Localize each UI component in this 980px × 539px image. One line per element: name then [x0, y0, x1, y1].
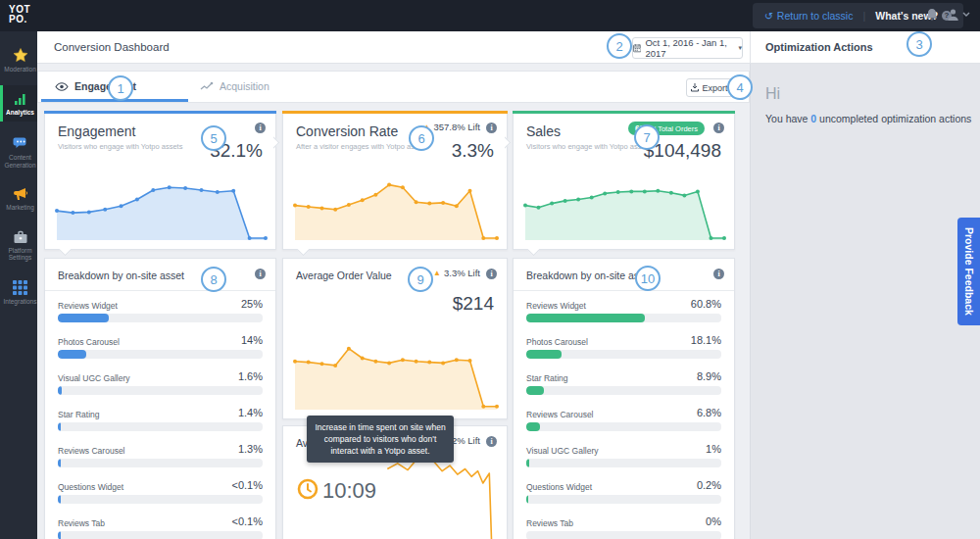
calendar-icon — [633, 43, 641, 53]
sales-accent-bar — [513, 111, 735, 114]
conversion-subtitle: After a visitor engages with Yotpo asset… — [296, 142, 428, 151]
eye-icon — [55, 82, 69, 91]
average-order-value-card[interactable]: Average Order Value ▲3.3% Lift i $214 — [282, 258, 508, 419]
optimization-actions-title: Optimization Actions — [765, 41, 873, 53]
aov-value: $214 — [453, 293, 494, 315]
annotation-circle-10: 10 — [635, 266, 661, 291]
tab-acquisition[interactable]: Acquisition — [200, 72, 270, 101]
annotation-circle-7: 7 — [634, 124, 660, 150]
page-title: Conversion Dashboard — [54, 41, 170, 53]
card-notch — [527, 249, 539, 256]
lift-up-triangle-icon: ▲ — [433, 269, 441, 277]
chevron-down-icon — [962, 12, 970, 18]
provide-feedback-button[interactable]: Provide Feedback — [957, 218, 980, 325]
info-icon[interactable]: i — [255, 269, 266, 279]
annotation-circle-5: 5 — [201, 125, 226, 151]
star-icon — [13, 48, 28, 63]
aov-lift: ▲3.3% Lift — [433, 268, 480, 278]
return-to-classic-link[interactable]: ↺ Return to classic — [764, 10, 853, 22]
info-icon[interactable]: i — [713, 122, 724, 133]
bar-fill — [526, 350, 562, 359]
sidebar-item-integrations[interactable]: Integrations — [0, 273, 37, 312]
flow-arrow-right-icon — [273, 135, 283, 149]
bar-fill — [58, 531, 61, 539]
bar-fill — [58, 422, 61, 431]
conversion-value: 3.3% — [452, 140, 494, 162]
sidebar-item-analytics[interactable]: Analytics — [0, 85, 37, 122]
clock-icon — [297, 478, 318, 500]
bar-fill — [526, 495, 528, 504]
breakdown-sales-card[interactable]: Breakdown by on-site asset i Reviews Wid… — [513, 258, 735, 539]
breakdown-engagement-card[interactable]: Breakdown by on-site asset i Reviews Wid… — [44, 258, 276, 539]
bar-fill — [526, 459, 529, 467]
bar-fill — [526, 422, 540, 431]
date-range-picker[interactable]: Oct 1, 2016 - Jan 1, 2017 ▾ — [632, 37, 743, 59]
sales-subtitle: Visitors who engage with Yotpo assets — [526, 142, 651, 151]
bar-fill — [58, 459, 61, 467]
conversion-chart — [291, 170, 501, 244]
date-range-value: Oct 1, 2016 - Jan 1, 2017 — [645, 37, 734, 59]
app-frame: YOT PO. ↺ Return to classic | What's new… — [0, 0, 980, 539]
aov-chart — [291, 325, 501, 414]
breakdown-right-title: Breakdown by on-site asset — [526, 270, 653, 281]
topbar-divider: | — [862, 10, 865, 22]
time-value: 10:09 — [322, 478, 376, 504]
bar-chart-icon — [13, 92, 28, 106]
conversion-accent-bar — [282, 111, 508, 114]
caret-down-icon: ▾ — [738, 44, 742, 52]
info-icon[interactable]: i — [486, 269, 497, 279]
sidebar-item-moderation[interactable]: Moderation — [0, 41, 37, 79]
sidebar-item-content-generation[interactable]: Content Generation — [0, 129, 37, 174]
conversion-title: Conversion Rate — [296, 123, 398, 139]
annotation-circle-4: 4 — [727, 74, 753, 100]
info-icon[interactable]: i — [255, 122, 266, 133]
bar-track — [58, 314, 263, 322]
bar-fill — [58, 350, 86, 359]
megaphone-icon — [13, 187, 28, 201]
card-notch — [297, 249, 309, 256]
annotation-circle-3: 3 — [906, 31, 932, 57]
engagement-subtitle: Visitors who engage with Yotpo assets — [58, 142, 182, 151]
annotation-circle-1: 1 — [108, 75, 133, 101]
breakdown-left-title: Breakdown by on-site asset — [58, 270, 184, 281]
optimization-actions-header: Optimization Actions — [750, 31, 980, 64]
annotation-circle-6: 6 — [409, 125, 434, 151]
tooltip: Increase in time spent on site when comp… — [307, 416, 454, 463]
briefcase-icon — [13, 230, 28, 244]
undo-icon: ↺ — [764, 10, 773, 22]
sidebar-item-platform-settings[interactable]: Platform Settings — [0, 223, 37, 268]
conversion-rate-card[interactable]: Conversion Rate After a visitor engages … — [282, 113, 508, 250]
info-icon[interactable]: i — [713, 269, 724, 279]
flow-arrow-right-icon — [505, 135, 514, 149]
sales-chart — [521, 170, 728, 244]
divider — [514, 290, 734, 291]
chat-bubbles-icon — [12, 136, 28, 151]
logo-line2: PO. — [9, 15, 30, 24]
bar-fill — [58, 495, 61, 504]
annotation-circle-2: 2 — [607, 33, 632, 59]
greeting-text: Hi — [765, 85, 780, 103]
tab-strip: Engagement Acquisition Export — [37, 71, 750, 103]
person-icon — [947, 8, 959, 22]
export-button[interactable]: Export — [686, 78, 733, 97]
sidebar: Moderation Analytics Content Generation … — [0, 31, 37, 539]
trend-line-icon — [200, 81, 214, 91]
engagement-accent-bar — [44, 111, 276, 114]
yotpo-logo[interactable]: YOT PO. — [9, 5, 30, 24]
card-notch — [59, 249, 71, 256]
sidebar-item-marketing[interactable]: Marketing — [0, 180, 37, 218]
user-menu[interactable] — [947, 8, 970, 22]
bar-fill — [526, 314, 645, 322]
main-header: Conversion Dashboard Oct 1, 2016 - Jan 1… — [37, 31, 750, 64]
sales-card[interactable]: Sales Visitors who engage with Yotpo ass… — [513, 113, 735, 250]
info-icon[interactable]: i — [486, 122, 497, 133]
engagement-chart — [53, 170, 270, 244]
topbar: YOT PO. ↺ Return to classic | What's new… — [0, 0, 980, 31]
optimization-actions-panel: Hi You have 0 uncompleted optimization a… — [750, 64, 980, 539]
bar-fill — [58, 314, 109, 322]
divider — [45, 290, 275, 291]
notifications-bell-icon[interactable] — [925, 8, 939, 23]
whats-new-link[interactable]: What's new? ? — [875, 10, 952, 22]
engagement-card[interactable]: Engagement Visitors who engage with Yotp… — [44, 113, 276, 250]
aov-title: Average Order Value — [296, 270, 392, 281]
